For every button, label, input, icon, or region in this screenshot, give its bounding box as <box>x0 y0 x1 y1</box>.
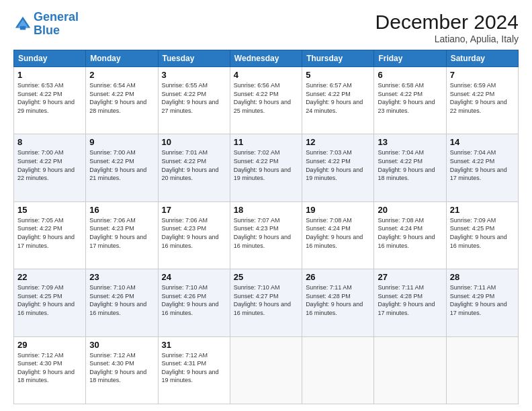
col-wednesday: Wednesday <box>230 50 302 67</box>
calendar-cell: 12 Sunrise: 7:03 AM Sunset: 4:22 PM Dayl… <box>302 134 374 201</box>
day-info: Sunrise: 7:06 AM Sunset: 4:23 PM Dayligh… <box>162 216 226 250</box>
day-number: 3 <box>162 70 226 80</box>
calendar-week-3: 15 Sunrise: 7:05 AM Sunset: 4:22 PM Dayl… <box>14 201 519 269</box>
calendar-cell: 28 Sunrise: 7:11 AM Sunset: 4:29 PM Dayl… <box>446 269 518 336</box>
calendar-table: Sunday Monday Tuesday Wednesday Thursday… <box>13 50 519 404</box>
day-number: 19 <box>306 205 370 215</box>
header: General Blue December 2024 Latiano, Apul… <box>13 11 519 44</box>
calendar-cell: 3 Sunrise: 6:55 AM Sunset: 4:22 PM Dayli… <box>158 67 230 134</box>
calendar-cell: 10 Sunrise: 7:01 AM Sunset: 4:22 PM Dayl… <box>158 134 230 201</box>
calendar-cell: 26 Sunrise: 7:11 AM Sunset: 4:28 PM Dayl… <box>302 269 374 336</box>
col-thursday: Thursday <box>302 50 374 67</box>
day-info: Sunrise: 6:54 AM Sunset: 4:22 PM Dayligh… <box>89 81 154 115</box>
calendar-cell <box>446 336 518 404</box>
day-info: Sunrise: 7:04 AM Sunset: 4:22 PM Dayligh… <box>450 148 515 182</box>
day-info: Sunrise: 7:01 AM Sunset: 4:22 PM Dayligh… <box>162 148 226 182</box>
day-number: 14 <box>450 137 515 147</box>
day-number: 22 <box>17 272 82 282</box>
calendar-cell: 30 Sunrise: 7:12 AM Sunset: 4:30 PM Dayl… <box>86 336 158 404</box>
day-number: 12 <box>306 137 370 147</box>
day-info: Sunrise: 7:12 AM Sunset: 4:30 PM Dayligh… <box>89 351 154 385</box>
calendar-cell: 8 Sunrise: 7:00 AM Sunset: 4:22 PM Dayli… <box>14 134 86 201</box>
day-number: 30 <box>89 340 154 350</box>
day-number: 1 <box>17 70 82 80</box>
day-info: Sunrise: 6:59 AM Sunset: 4:22 PM Dayligh… <box>450 81 515 115</box>
day-number: 23 <box>89 272 154 282</box>
col-tuesday: Tuesday <box>158 50 230 67</box>
calendar-cell: 31 Sunrise: 7:12 AM Sunset: 4:31 PM Dayl… <box>158 336 230 404</box>
day-info: Sunrise: 6:56 AM Sunset: 4:22 PM Dayligh… <box>234 81 298 115</box>
day-number: 29 <box>17 340 82 350</box>
day-info: Sunrise: 7:09 AM Sunset: 4:25 PM Dayligh… <box>17 283 82 317</box>
day-info: Sunrise: 7:05 AM Sunset: 4:22 PM Dayligh… <box>17 216 82 250</box>
calendar-cell: 7 Sunrise: 6:59 AM Sunset: 4:22 PM Dayli… <box>446 67 518 134</box>
calendar-cell: 29 Sunrise: 7:12 AM Sunset: 4:30 PM Dayl… <box>14 336 86 404</box>
day-info: Sunrise: 6:55 AM Sunset: 4:22 PM Dayligh… <box>162 81 226 115</box>
day-number: 20 <box>378 205 442 215</box>
calendar-cell: 21 Sunrise: 7:09 AM Sunset: 4:25 PM Dayl… <box>446 201 518 269</box>
day-number: 17 <box>162 205 226 215</box>
day-info: Sunrise: 7:09 AM Sunset: 4:25 PM Dayligh… <box>450 216 515 250</box>
col-monday: Monday <box>86 50 158 67</box>
day-info: Sunrise: 7:07 AM Sunset: 4:23 PM Dayligh… <box>234 216 298 250</box>
calendar-cell <box>302 336 374 404</box>
day-info: Sunrise: 7:10 AM Sunset: 4:26 PM Dayligh… <box>162 283 226 317</box>
day-number: 16 <box>89 205 154 215</box>
calendar-week-5: 29 Sunrise: 7:12 AM Sunset: 4:30 PM Dayl… <box>14 336 519 404</box>
day-info: Sunrise: 6:58 AM Sunset: 4:22 PM Dayligh… <box>378 81 442 115</box>
day-number: 21 <box>450 205 515 215</box>
day-number: 27 <box>378 272 442 282</box>
day-number: 25 <box>234 272 298 282</box>
day-info: Sunrise: 7:00 AM Sunset: 4:22 PM Dayligh… <box>89 148 154 182</box>
logo-text: General Blue <box>34 11 79 38</box>
calendar-cell: 22 Sunrise: 7:09 AM Sunset: 4:25 PM Dayl… <box>14 269 86 336</box>
calendar-cell: 11 Sunrise: 7:02 AM Sunset: 4:22 PM Dayl… <box>230 134 302 201</box>
calendar-cell: 17 Sunrise: 7:06 AM Sunset: 4:23 PM Dayl… <box>158 201 230 269</box>
calendar-cell: 20 Sunrise: 7:08 AM Sunset: 4:24 PM Dayl… <box>374 201 446 269</box>
day-info: Sunrise: 7:02 AM Sunset: 4:22 PM Dayligh… <box>234 148 298 182</box>
location: Latiano, Apulia, Italy <box>375 34 519 44</box>
day-number: 18 <box>234 205 298 215</box>
calendar-week-1: 1 Sunrise: 6:53 AM Sunset: 4:22 PM Dayli… <box>14 67 519 134</box>
day-number: 15 <box>17 205 82 215</box>
calendar-cell: 1 Sunrise: 6:53 AM Sunset: 4:22 PM Dayli… <box>14 67 86 134</box>
calendar-cell: 2 Sunrise: 6:54 AM Sunset: 4:22 PM Dayli… <box>86 67 158 134</box>
calendar-header-row: Sunday Monday Tuesday Wednesday Thursday… <box>14 50 519 67</box>
calendar-cell: 6 Sunrise: 6:58 AM Sunset: 4:22 PM Dayli… <box>374 67 446 134</box>
day-info: Sunrise: 7:11 AM Sunset: 4:28 PM Dayligh… <box>378 283 442 317</box>
calendar-week-2: 8 Sunrise: 7:00 AM Sunset: 4:22 PM Dayli… <box>14 134 519 201</box>
day-number: 8 <box>17 137 82 147</box>
calendar-cell: 4 Sunrise: 6:56 AM Sunset: 4:22 PM Dayli… <box>230 67 302 134</box>
day-info: Sunrise: 7:10 AM Sunset: 4:26 PM Dayligh… <box>89 283 154 317</box>
day-info: Sunrise: 7:11 AM Sunset: 4:28 PM Dayligh… <box>306 283 370 317</box>
day-number: 28 <box>450 272 515 282</box>
day-info: Sunrise: 7:12 AM Sunset: 4:31 PM Dayligh… <box>162 351 226 385</box>
col-saturday: Saturday <box>446 50 518 67</box>
calendar-cell: 15 Sunrise: 7:05 AM Sunset: 4:22 PM Dayl… <box>14 201 86 269</box>
day-info: Sunrise: 7:04 AM Sunset: 4:22 PM Dayligh… <box>378 148 442 182</box>
calendar-cell: 18 Sunrise: 7:07 AM Sunset: 4:23 PM Dayl… <box>230 201 302 269</box>
calendar-cell: 23 Sunrise: 7:10 AM Sunset: 4:26 PM Dayl… <box>86 269 158 336</box>
page: General Blue December 2024 Latiano, Apul… <box>0 0 532 411</box>
day-info: Sunrise: 7:12 AM Sunset: 4:30 PM Dayligh… <box>17 351 82 385</box>
col-sunday: Sunday <box>14 50 86 67</box>
calendar-body: 1 Sunrise: 6:53 AM Sunset: 4:22 PM Dayli… <box>14 67 519 404</box>
calendar-cell: 13 Sunrise: 7:04 AM Sunset: 4:22 PM Dayl… <box>374 134 446 201</box>
day-number: 24 <box>162 272 226 282</box>
logo-area: General Blue <box>13 11 79 38</box>
day-info: Sunrise: 7:06 AM Sunset: 4:23 PM Dayligh… <box>89 216 154 250</box>
col-friday: Friday <box>374 50 446 67</box>
day-info: Sunrise: 7:08 AM Sunset: 4:24 PM Dayligh… <box>306 216 370 250</box>
calendar-cell: 5 Sunrise: 6:57 AM Sunset: 4:22 PM Dayli… <box>302 67 374 134</box>
day-number: 11 <box>234 137 298 147</box>
day-number: 9 <box>89 137 154 147</box>
calendar-cell: 14 Sunrise: 7:04 AM Sunset: 4:22 PM Dayl… <box>446 134 518 201</box>
logo-line1: General <box>34 10 79 24</box>
day-info: Sunrise: 7:00 AM Sunset: 4:22 PM Dayligh… <box>17 148 82 182</box>
day-info: Sunrise: 7:08 AM Sunset: 4:24 PM Dayligh… <box>378 216 442 250</box>
day-number: 10 <box>162 137 226 147</box>
day-number: 31 <box>162 340 226 350</box>
logo-icon <box>13 15 32 34</box>
month-title: December 2024 <box>375 11 519 34</box>
calendar-cell: 9 Sunrise: 7:00 AM Sunset: 4:22 PM Dayli… <box>86 134 158 201</box>
